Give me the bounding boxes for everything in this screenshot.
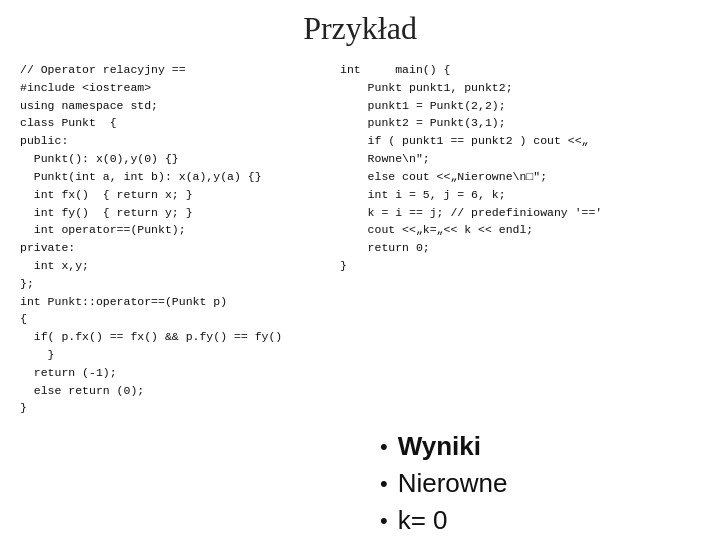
bullets-area: • Wyniki • Nierowne • k= 0 [380,427,700,540]
right-code: int main() { Punkt punkt1, punkt2; punkt… [340,61,700,275]
bullet-label-1: Wyniki [398,431,481,462]
bullet-label-2: Nierowne [398,468,508,499]
content-area: // Operator relacyjny == #include <iostr… [20,61,700,417]
page: Przykład // Operator relacyjny == #inclu… [0,0,720,540]
bullet-label-3: k= 0 [398,505,448,536]
bullet-icon: • [380,434,388,460]
bullet-icon: • [380,471,388,497]
left-bottom-spacer [30,427,340,540]
right-panel: int main() { Punkt punkt1, punkt2; punkt… [340,61,700,417]
list-item: • Nierowne [380,468,700,499]
left-code: // Operator relacyjny == #include <iostr… [20,61,330,417]
left-panel: // Operator relacyjny == #include <iostr… [20,61,330,417]
bottom-area: • Wyniki • Nierowne • k= 0 [20,427,700,540]
bullet-icon: • [380,508,388,534]
page-title: Przykład [303,10,417,47]
list-item: • Wyniki [380,431,700,462]
list-item: • k= 0 [380,505,700,536]
